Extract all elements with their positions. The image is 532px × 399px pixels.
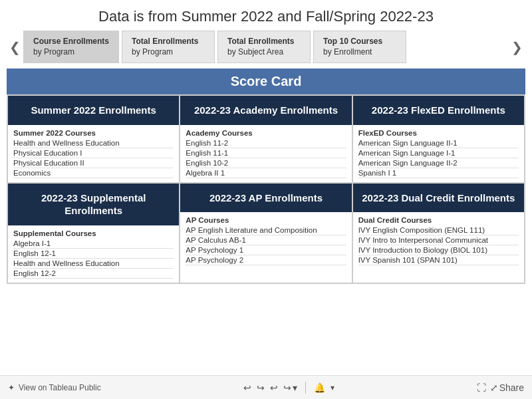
bottom-right: ⛶ ⤢ Share bbox=[477, 382, 524, 393]
list-item: Economics bbox=[13, 168, 174, 178]
redo-button[interactable]: ↪ bbox=[257, 382, 265, 393]
section-label-summer2022: Summer 2022 Courses bbox=[13, 129, 174, 137]
section-label-ap2223: AP Courses bbox=[186, 216, 346, 224]
list-item: Health and Wellness Education bbox=[13, 138, 174, 148]
tab-title: Total Enrollments bbox=[132, 37, 205, 47]
list-item: English 12-1 bbox=[13, 249, 174, 259]
list-item: English 11-2 bbox=[186, 138, 346, 148]
card-body-dualcredit2223: Dual Credit CoursesIVY English Compositi… bbox=[353, 212, 524, 269]
redo2-button[interactable]: ↪ ▾ bbox=[283, 382, 297, 393]
list-item: IVY Spanish 101 (SPAN 101) bbox=[358, 255, 519, 265]
list-item: English 10-2 bbox=[186, 158, 346, 168]
list-item: Algebra II 1 bbox=[186, 168, 346, 178]
nav-tab-tab3[interactable]: Total Enrollmentsby Subject Area bbox=[217, 31, 311, 63]
card-summer2022: Summer 2022 EnrollmentsSummer 2022 Cours… bbox=[7, 95, 180, 183]
nav-tabs: Course Enrollmentsby ProgramTotal Enroll… bbox=[23, 31, 509, 63]
list-item: American Sign Language I-1 bbox=[358, 148, 519, 158]
card-header-flexed2223: 2022-23 FlexED Enrollments bbox=[353, 96, 524, 125]
scorecard-grid: Summer 2022 EnrollmentsSummer 2022 Cours… bbox=[7, 94, 525, 284]
share-label: Share bbox=[499, 382, 524, 393]
card-flexed2223: 2022-23 FlexED EnrollmentsFlexED Courses… bbox=[352, 95, 525, 183]
share-icon: ⤢ bbox=[490, 382, 498, 393]
bottom-left: ✦ View on Tableau Public bbox=[8, 383, 101, 392]
card-header-academy2223: 2022-23 Academy Enrollments bbox=[180, 96, 351, 125]
list-item: Physical Education II bbox=[13, 158, 174, 168]
divider bbox=[305, 382, 306, 394]
tab-sub: by Subject Area bbox=[227, 47, 301, 58]
page-title: Data is from Summer 2022 and Fall/Spring… bbox=[0, 0, 532, 31]
alert-dropdown[interactable]: ▾ bbox=[331, 383, 334, 392]
section-label-dualcredit2223: Dual Credit Courses bbox=[358, 216, 519, 224]
tableau-public-link[interactable]: View on Tableau Public bbox=[19, 383, 101, 392]
card-header-ap2223: 2022-23 AP Enrollments bbox=[180, 184, 351, 213]
nav-bar: ❮ Course Enrollmentsby ProgramTotal Enro… bbox=[0, 31, 532, 63]
list-item: American Sign Language II-1 bbox=[358, 138, 519, 148]
list-item: AP Psychology 1 bbox=[186, 245, 346, 255]
bottom-bar: ✦ View on Tableau Public ↩ ↪ ↩ ↪ ▾ 🔔 ▾ ⛶… bbox=[0, 375, 532, 399]
nav-tab-tab2[interactable]: Total Enrollmentsby Program bbox=[122, 31, 215, 63]
bottom-center: ↩ ↪ ↩ ↪ ▾ 🔔 ▾ bbox=[243, 382, 334, 394]
tab-title: Top 10 Courses bbox=[323, 37, 396, 47]
card-body-supplemental2223: Supplemental CoursesAlgebra I-1English 1… bbox=[8, 225, 179, 283]
tableau-star-icon: ✦ bbox=[8, 383, 15, 392]
card-header-dualcredit2223: 2022-23 Dual Credit Enrollments bbox=[353, 184, 524, 213]
list-item: American Sign Language II-2 bbox=[358, 158, 519, 168]
section-label-supplemental2223: Supplemental Courses bbox=[13, 229, 174, 237]
list-item: Physical Education I bbox=[13, 148, 174, 158]
list-item: English 12-2 bbox=[13, 269, 174, 279]
tab-title: Course Enrollments bbox=[33, 37, 109, 47]
list-item: IVY Introduction to Biology (BIOL 101) bbox=[358, 245, 519, 255]
fullscreen-button[interactable]: ⛶ bbox=[477, 382, 486, 393]
tab-sub: by Program bbox=[33, 47, 109, 58]
list-item: AP Psychology 2 bbox=[186, 255, 346, 265]
nav-tab-tab4[interactable]: Top 10 Coursesby Enrollment bbox=[313, 31, 406, 63]
share-button[interactable]: ⤢ Share bbox=[490, 382, 524, 393]
list-item: Health and Wellness Education bbox=[13, 259, 174, 269]
list-item: IVY English Composition (ENGL 111) bbox=[358, 225, 519, 235]
tab-sub: by Program bbox=[132, 47, 205, 58]
section-label-flexed2223: FlexED Courses bbox=[358, 129, 519, 137]
list-item: Algebra I-1 bbox=[13, 239, 174, 249]
list-item: AP Calculus AB-1 bbox=[186, 235, 346, 245]
nav-tab-tab1[interactable]: Course Enrollmentsby Program bbox=[23, 31, 119, 63]
alert-button[interactable]: 🔔 bbox=[314, 382, 325, 393]
nav-left-arrow[interactable]: ❮ bbox=[7, 39, 23, 55]
list-item: Spanish I 1 bbox=[358, 168, 519, 178]
card-academy2223: 2022-23 Academy EnrollmentsAcademy Cours… bbox=[180, 95, 352, 183]
list-item: IVY Intro to Interpersonal Communicat bbox=[358, 235, 519, 245]
undo2-button[interactable]: ↩ bbox=[270, 382, 278, 393]
section-label-academy2223: Academy Courses bbox=[186, 129, 346, 137]
card-body-ap2223: AP CoursesAP English Literature and Comp… bbox=[180, 212, 351, 269]
card-dualcredit2223: 2022-23 Dual Credit EnrollmentsDual Cred… bbox=[352, 183, 525, 283]
scorecard-header: Score Card bbox=[7, 68, 525, 94]
redo2-dropdown[interactable]: ▾ bbox=[293, 382, 297, 393]
tab-title: Total Enrollments bbox=[227, 37, 301, 47]
card-supplemental2223: 2022-23 Supplemental EnrollmentsSuppleme… bbox=[7, 183, 180, 283]
nav-right-arrow[interactable]: ❯ bbox=[509, 39, 525, 55]
card-body-academy2223: Academy CoursesEnglish 11-2English 11-1E… bbox=[180, 125, 351, 182]
tab-sub: by Enrollment bbox=[323, 47, 396, 58]
list-item: English 11-1 bbox=[186, 148, 346, 158]
card-ap2223: 2022-23 AP EnrollmentsAP CoursesAP Engli… bbox=[180, 183, 352, 283]
card-body-summer2022: Summer 2022 CoursesHealth and Wellness E… bbox=[8, 125, 179, 182]
list-item: AP English Literature and Composition bbox=[186, 225, 346, 235]
undo-button[interactable]: ↩ bbox=[243, 382, 251, 393]
card-body-flexed2223: FlexED CoursesAmerican Sign Language II-… bbox=[353, 125, 524, 182]
card-header-supplemental2223: 2022-23 Supplemental Enrollments bbox=[8, 184, 179, 225]
card-header-summer2022: Summer 2022 Enrollments bbox=[8, 96, 179, 125]
